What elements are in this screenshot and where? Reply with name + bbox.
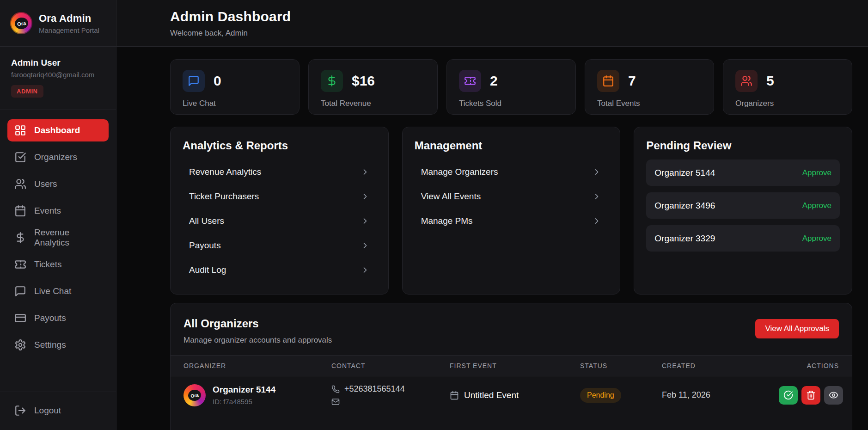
- logout-button[interactable]: Logout: [7, 399, 109, 422]
- sidebar-item-label: Events: [34, 206, 61, 216]
- all-organizers-section: All Organizers Manage organizer accounts…: [170, 303, 852, 430]
- view-all-approvals-button[interactable]: View All Approvals: [755, 319, 839, 338]
- stat-card-organizers: 5 Organizers: [723, 59, 852, 115]
- delete-organizer-button[interactable]: [801, 386, 820, 405]
- link-manage-pms[interactable]: Manage PMs: [415, 209, 608, 233]
- pending-organizer-name: Organizer 3329: [654, 233, 715, 244]
- table-header: ORGANIZER CONTACT FIRST EVENT STATUS CRE…: [171, 355, 852, 376]
- column-first-event: FIRST EVENT: [450, 362, 580, 369]
- ticket-icon: [14, 258, 26, 270]
- brand-title: Ora Admin: [39, 12, 99, 25]
- calendar-icon: [450, 391, 459, 400]
- all-organizers-header: All Organizers Manage organizer accounts…: [171, 303, 852, 355]
- link-ticket-purchasers[interactable]: Ticket Purchasers: [183, 184, 376, 209]
- stat-value: 2: [490, 73, 498, 89]
- approve-button[interactable]: Approve: [802, 201, 831, 210]
- sidebar-footer: Logout: [0, 392, 116, 430]
- analytics-reports-panel: Analytics & Reports Revenue Analytics Ti…: [170, 127, 389, 295]
- stat-value: 5: [766, 73, 774, 89]
- column-status: STATUS: [580, 362, 662, 369]
- dashboard-grid-icon: [14, 124, 26, 136]
- users-icon: [735, 70, 758, 92]
- approve-button[interactable]: Approve: [802, 234, 831, 243]
- sidebar-item-settings[interactable]: Settings: [7, 334, 109, 356]
- sidebar-item-live-chat[interactable]: Live Chat: [7, 280, 109, 302]
- ticket-icon: [459, 70, 481, 92]
- link-label: View All Events: [421, 191, 481, 202]
- sidebar-item-users[interactable]: Users: [7, 173, 109, 195]
- eye-icon: [829, 390, 838, 400]
- link-label: Payouts: [189, 240, 221, 251]
- pending-review-item: Organizer 5144 Approve: [646, 160, 840, 186]
- ora-logo-icon: Ora: [10, 12, 32, 34]
- user-name: Admin User: [11, 58, 105, 68]
- gear-icon: [14, 339, 26, 351]
- chevron-right-icon: [361, 241, 370, 250]
- sidebar-item-label: Organizers: [34, 152, 77, 162]
- sidebar-item-tickets[interactable]: Tickets: [7, 253, 109, 276]
- sidebar-item-dashboard[interactable]: Dashboard: [7, 119, 109, 141]
- link-all-users[interactable]: All Users: [183, 209, 376, 233]
- message-square-icon: [183, 70, 205, 92]
- chevron-right-icon: [361, 192, 370, 201]
- page-subtitle: Welcome back, Admin: [170, 29, 852, 38]
- link-payouts[interactable]: Payouts: [183, 233, 376, 258]
- organizer-name: Organizer 5144: [213, 385, 275, 395]
- ora-logo-text: Ora: [14, 17, 29, 30]
- square-check-icon: [14, 151, 26, 163]
- brand-subtitle: Management Portal: [39, 26, 99, 34]
- sidebar-item-payouts[interactable]: Payouts: [7, 307, 109, 329]
- page-title: Admin Dashboard: [170, 9, 852, 25]
- pending-organizer-name: Organizer 5144: [654, 168, 715, 178]
- brand: Ora Ora Admin Management Portal: [0, 0, 116, 47]
- sidebar-item-events[interactable]: Events: [7, 200, 109, 222]
- column-created: CREATED: [662, 362, 779, 369]
- section-title: All Organizers: [183, 317, 332, 330]
- sidebar-item-revenue-analytics[interactable]: Revenue Analytics: [7, 227, 109, 249]
- first-event-name: Untitled Event: [464, 390, 519, 400]
- sidebar-item-label: Users: [34, 179, 57, 189]
- column-actions: ACTIONS: [779, 362, 839, 369]
- approve-organizer-button[interactable]: [779, 386, 798, 405]
- organizer-id: ID: f7a48595: [213, 398, 275, 405]
- content: 0 Live Chat $16 Total Revenue 2 Tickets …: [116, 47, 868, 430]
- trash-icon: [806, 390, 816, 400]
- link-manage-organizers[interactable]: Manage Organizers: [415, 160, 608, 184]
- panels-row: Analytics & Reports Revenue Analytics Ti…: [170, 127, 852, 289]
- view-organizer-button[interactable]: [824, 386, 843, 405]
- chevron-right-icon: [592, 192, 601, 201]
- ora-logo-text: Ora: [187, 389, 202, 402]
- sidebar: Ora Ora Admin Management Portal Admin Us…: [0, 0, 116, 430]
- section-subtitle: Manage organizer accounts and approvals: [183, 336, 332, 345]
- stat-label: Tickets Sold: [459, 99, 563, 108]
- chevron-right-icon: [361, 216, 370, 226]
- stat-card-tickets-sold: 2 Tickets Sold: [446, 59, 576, 115]
- pending-review-item: Organizer 3496 Approve: [646, 192, 840, 219]
- users-icon: [14, 178, 26, 190]
- approve-button[interactable]: Approve: [802, 168, 831, 178]
- sidebar-item-label: Payouts: [34, 313, 66, 323]
- phone-icon: [331, 385, 340, 393]
- stat-card-total-revenue: $16 Total Revenue: [308, 59, 438, 115]
- link-label: Audit Log: [189, 265, 226, 275]
- credit-card-icon: [14, 312, 26, 324]
- link-audit-log[interactable]: Audit Log: [183, 258, 376, 282]
- stat-label: Total Revenue: [321, 99, 425, 108]
- dollar-icon: [14, 232, 26, 244]
- panel-title: Analytics & Reports: [183, 139, 376, 152]
- column-organizer: ORGANIZER: [183, 362, 331, 369]
- link-revenue-analytics[interactable]: Revenue Analytics: [183, 160, 376, 184]
- link-view-all-events[interactable]: View All Events: [415, 184, 608, 209]
- logout-label: Logout: [34, 405, 61, 416]
- sidebar-item-label: Tickets: [34, 259, 61, 270]
- stat-label: Organizers: [735, 99, 840, 108]
- sidebar-item-organizers[interactable]: Organizers: [7, 146, 109, 168]
- chevron-right-icon: [361, 167, 370, 177]
- admin-role-badge: ADMIN: [11, 85, 43, 98]
- panel-title: Management: [415, 139, 608, 152]
- link-label: Revenue Analytics: [189, 167, 261, 177]
- user-email: farooqtariq400@gmail.com: [11, 71, 105, 79]
- main-area: Admin Dashboard Welcome back, Admin 0 Li…: [116, 0, 868, 430]
- page-header: Admin Dashboard Welcome back, Admin: [116, 0, 868, 47]
- organizer-phone: +526381565144: [344, 384, 405, 394]
